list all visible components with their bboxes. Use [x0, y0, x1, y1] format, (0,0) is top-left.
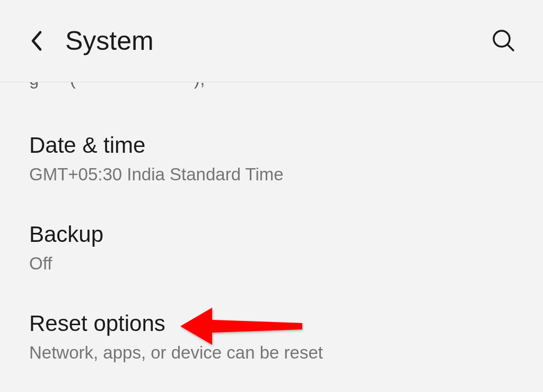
setting-subtitle: Off [29, 254, 514, 274]
setting-row-date-time[interactable]: Date & time GMT+05:30 India Standard Tim… [29, 133, 514, 222]
setting-subtitle: GMT+05:30 India Standard Time [29, 164, 514, 185]
search-button[interactable] [491, 28, 516, 54]
settings-list: g ( ), Date & time GMT+05:30 India Stand… [0, 82, 543, 392]
svg-line-1 [507, 45, 513, 50]
back-button[interactable] [29, 30, 44, 52]
setting-row-reset-options[interactable]: Reset options Network, apps, or device c… [29, 311, 514, 392]
partial-cutoff-row: g ( ), [29, 82, 514, 93]
chevron-left-icon [29, 30, 44, 52]
setting-title: Date & time [29, 133, 514, 158]
header-bar: System [0, 0, 543, 82]
search-icon [491, 28, 516, 54]
page-title: System [65, 25, 154, 56]
setting-title: Backup [29, 222, 514, 247]
setting-row-backup[interactable]: Backup Off [29, 222, 514, 311]
partial-text: g ( ), [29, 82, 205, 89]
setting-subtitle: Network, apps, or device can be reset [29, 343, 514, 363]
setting-title: Reset options [29, 311, 514, 336]
